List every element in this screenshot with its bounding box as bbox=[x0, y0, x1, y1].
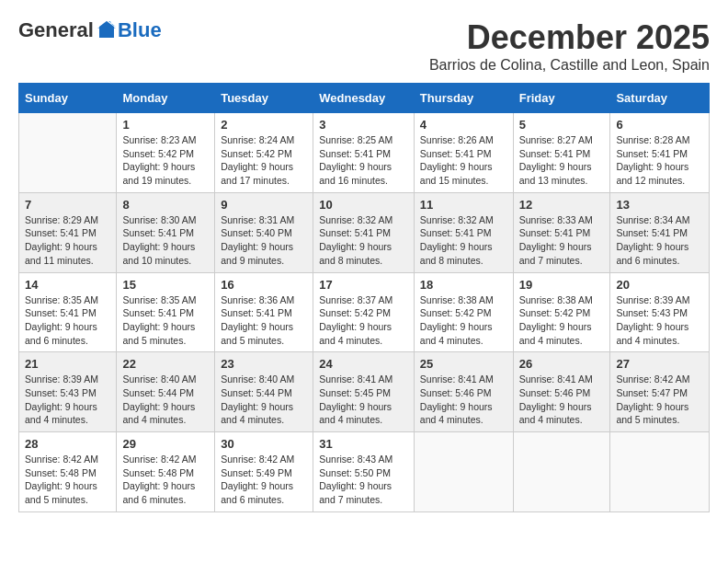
day-header-thursday: Thursday bbox=[414, 84, 513, 113]
day-number: 30 bbox=[221, 437, 307, 451]
day-info: Sunrise: 8:33 AMSunset: 5:41 PMDaylight:… bbox=[519, 213, 605, 268]
day-number: 25 bbox=[420, 357, 507, 371]
day-info: Sunrise: 8:38 AMSunset: 5:42 PMDaylight:… bbox=[420, 293, 507, 348]
day-number: 11 bbox=[420, 198, 507, 212]
day-header-friday: Friday bbox=[513, 84, 610, 113]
calendar-day-cell: 24Sunrise: 8:41 AMSunset: 5:45 PMDayligh… bbox=[313, 352, 415, 432]
day-info: Sunrise: 8:38 AMSunset: 5:42 PMDaylight:… bbox=[519, 293, 605, 348]
day-number: 13 bbox=[616, 198, 703, 212]
day-info: Sunrise: 8:31 AMSunset: 5:40 PMDaylight:… bbox=[221, 213, 307, 268]
day-info: Sunrise: 8:25 AMSunset: 5:41 PMDaylight:… bbox=[319, 133, 408, 188]
day-info: Sunrise: 8:34 AMSunset: 5:41 PMDaylight:… bbox=[616, 213, 703, 268]
calendar-day-cell: 5Sunrise: 8:27 AMSunset: 5:41 PMDaylight… bbox=[513, 113, 610, 193]
calendar-header-row: SundayMondayTuesdayWednesdayThursdayFrid… bbox=[19, 84, 710, 113]
calendar-day-cell bbox=[414, 432, 513, 512]
calendar-day-cell: 10Sunrise: 8:32 AMSunset: 5:41 PMDayligh… bbox=[313, 192, 415, 272]
day-info: Sunrise: 8:43 AMSunset: 5:50 PMDaylight:… bbox=[319, 453, 408, 507]
logo-icon bbox=[96, 19, 118, 41]
day-header-monday: Monday bbox=[117, 84, 215, 113]
calendar-day-cell: 2Sunrise: 8:24 AMSunset: 5:42 PMDaylight… bbox=[215, 113, 313, 193]
logo-general-text: General bbox=[18, 18, 94, 42]
day-info: Sunrise: 8:27 AMSunset: 5:41 PMDaylight:… bbox=[519, 133, 605, 188]
day-number: 23 bbox=[221, 357, 307, 371]
day-info: Sunrise: 8:24 AMSunset: 5:42 PMDaylight:… bbox=[221, 133, 307, 188]
calendar-week-row: 21Sunrise: 8:39 AMSunset: 5:43 PMDayligh… bbox=[19, 352, 710, 432]
day-info: Sunrise: 8:40 AMSunset: 5:44 PMDaylight:… bbox=[221, 373, 307, 427]
calendar-day-cell: 28Sunrise: 8:42 AMSunset: 5:48 PMDayligh… bbox=[19, 432, 117, 512]
calendar-day-cell: 25Sunrise: 8:41 AMSunset: 5:46 PMDayligh… bbox=[414, 352, 513, 432]
calendar-day-cell: 16Sunrise: 8:36 AMSunset: 5:41 PMDayligh… bbox=[215, 272, 313, 352]
day-number: 4 bbox=[420, 118, 507, 132]
day-info: Sunrise: 8:32 AMSunset: 5:41 PMDaylight:… bbox=[319, 213, 408, 268]
day-number: 10 bbox=[319, 198, 408, 212]
day-number: 7 bbox=[25, 198, 110, 212]
calendar-day-cell: 17Sunrise: 8:37 AMSunset: 5:42 PMDayligh… bbox=[313, 272, 415, 352]
calendar-day-cell: 26Sunrise: 8:41 AMSunset: 5:46 PMDayligh… bbox=[513, 352, 610, 432]
day-info: Sunrise: 8:36 AMSunset: 5:41 PMDaylight:… bbox=[221, 293, 307, 348]
calendar-day-cell: 23Sunrise: 8:40 AMSunset: 5:44 PMDayligh… bbox=[215, 352, 313, 432]
calendar-day-cell bbox=[513, 432, 610, 512]
day-number: 17 bbox=[319, 278, 408, 292]
logo-blue-text: Blue bbox=[118, 18, 162, 42]
day-number: 9 bbox=[221, 198, 307, 212]
day-info: Sunrise: 8:39 AMSunset: 5:43 PMDaylight:… bbox=[616, 293, 703, 348]
logo: General Blue bbox=[18, 18, 162, 42]
day-number: 26 bbox=[519, 357, 605, 371]
calendar-day-cell: 9Sunrise: 8:31 AMSunset: 5:40 PMDaylight… bbox=[215, 192, 313, 272]
calendar-week-row: 14Sunrise: 8:35 AMSunset: 5:41 PMDayligh… bbox=[19, 272, 710, 352]
day-number: 20 bbox=[616, 278, 703, 292]
calendar-day-cell: 29Sunrise: 8:42 AMSunset: 5:48 PMDayligh… bbox=[117, 432, 215, 512]
title-area: December 2025 Barrios de Colina, Castill… bbox=[429, 18, 710, 74]
day-info: Sunrise: 8:23 AMSunset: 5:42 PMDaylight:… bbox=[122, 133, 209, 188]
day-number: 19 bbox=[519, 278, 605, 292]
calendar-day-cell bbox=[19, 113, 117, 193]
day-info: Sunrise: 8:26 AMSunset: 5:41 PMDaylight:… bbox=[420, 133, 507, 188]
day-number: 27 bbox=[616, 357, 703, 371]
day-info: Sunrise: 8:28 AMSunset: 5:41 PMDaylight:… bbox=[616, 133, 703, 188]
day-info: Sunrise: 8:32 AMSunset: 5:41 PMDaylight:… bbox=[420, 213, 507, 268]
calendar-day-cell: 19Sunrise: 8:38 AMSunset: 5:42 PMDayligh… bbox=[513, 272, 610, 352]
calendar-day-cell: 11Sunrise: 8:32 AMSunset: 5:41 PMDayligh… bbox=[414, 192, 513, 272]
calendar-day-cell: 14Sunrise: 8:35 AMSunset: 5:41 PMDayligh… bbox=[19, 272, 117, 352]
day-info: Sunrise: 8:42 AMSunset: 5:47 PMDaylight:… bbox=[616, 373, 703, 427]
calendar-day-cell: 6Sunrise: 8:28 AMSunset: 5:41 PMDaylight… bbox=[610, 113, 710, 193]
day-header-tuesday: Tuesday bbox=[215, 84, 313, 113]
day-number: 28 bbox=[25, 437, 110, 451]
calendar-day-cell: 3Sunrise: 8:25 AMSunset: 5:41 PMDaylight… bbox=[313, 113, 415, 193]
calendar-week-row: 1Sunrise: 8:23 AMSunset: 5:42 PMDaylight… bbox=[19, 113, 710, 193]
day-info: Sunrise: 8:35 AMSunset: 5:41 PMDaylight:… bbox=[122, 293, 209, 348]
day-number: 16 bbox=[221, 278, 307, 292]
day-info: Sunrise: 8:41 AMSunset: 5:45 PMDaylight:… bbox=[319, 373, 408, 427]
day-number: 14 bbox=[25, 278, 110, 292]
day-info: Sunrise: 8:30 AMSunset: 5:41 PMDaylight:… bbox=[122, 213, 209, 268]
day-header-saturday: Saturday bbox=[610, 84, 710, 113]
calendar-day-cell: 22Sunrise: 8:40 AMSunset: 5:44 PMDayligh… bbox=[117, 352, 215, 432]
day-info: Sunrise: 8:41 AMSunset: 5:46 PMDaylight:… bbox=[519, 373, 605, 427]
day-info: Sunrise: 8:42 AMSunset: 5:48 PMDaylight:… bbox=[122, 453, 209, 507]
day-info: Sunrise: 8:37 AMSunset: 5:42 PMDaylight:… bbox=[319, 293, 408, 348]
calendar-day-cell: 1Sunrise: 8:23 AMSunset: 5:42 PMDaylight… bbox=[117, 113, 215, 193]
calendar-day-cell: 27Sunrise: 8:42 AMSunset: 5:47 PMDayligh… bbox=[610, 352, 710, 432]
day-number: 3 bbox=[319, 118, 408, 132]
day-header-sunday: Sunday bbox=[19, 84, 117, 113]
calendar-day-cell: 20Sunrise: 8:39 AMSunset: 5:43 PMDayligh… bbox=[610, 272, 710, 352]
calendar-day-cell: 18Sunrise: 8:38 AMSunset: 5:42 PMDayligh… bbox=[414, 272, 513, 352]
day-info: Sunrise: 8:42 AMSunset: 5:49 PMDaylight:… bbox=[221, 453, 307, 507]
calendar-day-cell: 30Sunrise: 8:42 AMSunset: 5:49 PMDayligh… bbox=[215, 432, 313, 512]
calendar-day-cell: 8Sunrise: 8:30 AMSunset: 5:41 PMDaylight… bbox=[117, 192, 215, 272]
calendar-day-cell: 21Sunrise: 8:39 AMSunset: 5:43 PMDayligh… bbox=[19, 352, 117, 432]
header: General Blue December 2025 Barrios de Co… bbox=[18, 18, 710, 74]
day-info: Sunrise: 8:29 AMSunset: 5:41 PMDaylight:… bbox=[25, 213, 110, 268]
day-number: 6 bbox=[616, 118, 703, 132]
location-title: Barrios de Colina, Castille and Leon, Sp… bbox=[429, 57, 710, 74]
calendar-table: SundayMondayTuesdayWednesdayThursdayFrid… bbox=[18, 83, 710, 512]
day-number: 24 bbox=[319, 357, 408, 371]
calendar-day-cell: 7Sunrise: 8:29 AMSunset: 5:41 PMDaylight… bbox=[19, 192, 117, 272]
day-number: 5 bbox=[519, 118, 605, 132]
day-info: Sunrise: 8:39 AMSunset: 5:43 PMDaylight:… bbox=[25, 373, 110, 427]
calendar-week-row: 28Sunrise: 8:42 AMSunset: 5:48 PMDayligh… bbox=[19, 432, 710, 512]
calendar-day-cell: 31Sunrise: 8:43 AMSunset: 5:50 PMDayligh… bbox=[313, 432, 415, 512]
calendar-day-cell: 4Sunrise: 8:26 AMSunset: 5:41 PMDaylight… bbox=[414, 113, 513, 193]
calendar-day-cell: 15Sunrise: 8:35 AMSunset: 5:41 PMDayligh… bbox=[117, 272, 215, 352]
day-number: 22 bbox=[122, 357, 209, 371]
